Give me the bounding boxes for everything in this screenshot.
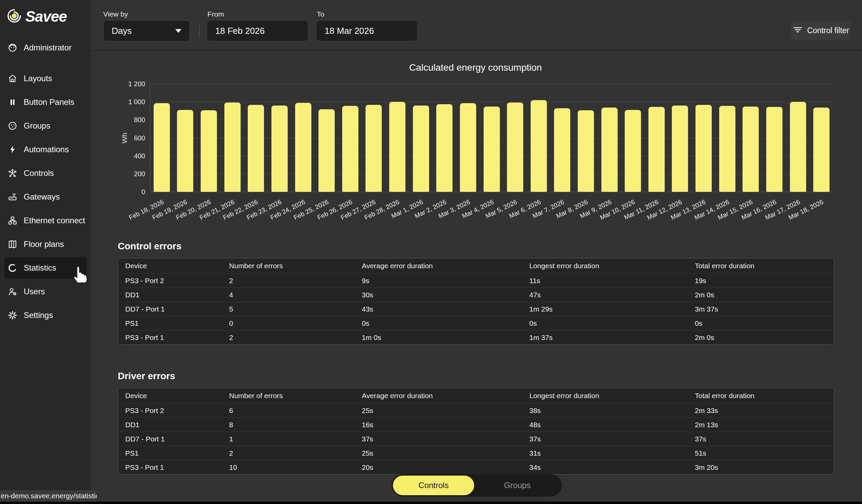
chart-bar[interactable]	[177, 110, 193, 192]
logo: Savee	[6, 8, 67, 25]
chart-bar[interactable]	[625, 110, 641, 192]
to-date-input[interactable]: 18 Mar 2026	[316, 20, 418, 41]
chart-bar[interactable]	[413, 106, 429, 192]
y-tick-label: 1 000	[118, 98, 145, 105]
view-by-select[interactable]: Days	[103, 20, 190, 41]
table-cell: 0s	[529, 319, 695, 328]
sidebar-item-groups[interactable]: Groups	[4, 114, 87, 138]
control-filter-button[interactable]: Control filter	[791, 21, 851, 40]
table-cell: DD7 - Port 1	[125, 435, 229, 443]
chart-bar[interactable]	[719, 106, 735, 192]
sidebar-item-floor-plans[interactable]: Floor plans	[4, 233, 87, 256]
chart-bar[interactable]	[154, 103, 170, 192]
sidebar-item-gateways[interactable]: Gateways	[4, 185, 87, 209]
table-cell: 1m 29s	[529, 305, 695, 313]
sidebar-item-label: Settings	[24, 310, 53, 320]
chart-bar[interactable]	[766, 107, 782, 192]
table-cell: PS3 - Port 1	[125, 333, 229, 342]
table-row: PS3 - Port 121m 0s1m 37s2m 0s	[118, 330, 834, 344]
chart-bar[interactable]	[672, 106, 688, 192]
chart-bar[interactable]	[790, 102, 806, 192]
table-cell: PS1	[125, 449, 229, 457]
driver-errors-table: DeviceNumber of errorsAverage error dura…	[118, 388, 834, 475]
chart-bar[interactable]	[531, 100, 547, 192]
chart-bar[interactable]	[295, 103, 311, 192]
from-date-value: 18 Feb 2026	[215, 26, 265, 36]
to-date-value: 18 Mar 2026	[325, 26, 374, 36]
chart-bar[interactable]	[342, 106, 358, 192]
table-cell: 6	[229, 407, 362, 415]
table-row: DD1816s48s2m 13s	[118, 417, 834, 432]
controls-groups-toggle: Controls Groups	[392, 474, 562, 496]
energy-bar-chart	[150, 84, 833, 192]
sidebar-item-statistics[interactable]: Statistics	[4, 257, 87, 279]
chart-bar[interactable]	[436, 104, 453, 192]
sidebar-item-ethernet-connect[interactable]: Ethernet connect	[4, 209, 87, 233]
chart-bar[interactable]	[271, 106, 288, 192]
chart-bar[interactable]	[366, 105, 382, 192]
table-cell: 10	[229, 463, 362, 472]
from-label: From	[208, 10, 224, 18]
chart-bar[interactable]	[554, 108, 570, 192]
sidebar-item-label: Controls	[24, 169, 54, 178]
y-tick-label: 400	[118, 152, 145, 159]
column-header: Average error duration	[362, 262, 529, 270]
chart-bar[interactable]	[507, 103, 523, 192]
table-cell: PS3 - Port 1	[125, 463, 229, 472]
chart-bar[interactable]	[318, 109, 335, 192]
table-cell: 37s	[362, 435, 529, 443]
table-header-row: DeviceNumber of errorsAverage error dura…	[118, 258, 834, 273]
column-header: Number of errors	[229, 262, 362, 270]
y-tick-label: 1 200	[118, 80, 145, 87]
table-cell: 0s	[695, 319, 834, 328]
sidebar-item-administrator[interactable]: Administrator	[4, 36, 87, 59]
table-cell: 3m 20s	[695, 463, 834, 472]
sidebar-item-users[interactable]: Users	[4, 280, 87, 303]
chart-bar[interactable]	[601, 108, 618, 192]
table-cell: 20s	[362, 463, 529, 472]
chart-bar[interactable]	[201, 110, 217, 192]
toggle-option-groups[interactable]: Groups	[474, 481, 560, 490]
table-cell: 8	[229, 421, 362, 429]
chart-bar[interactable]	[224, 103, 240, 192]
sidebar-item-label: Statistics	[24, 263, 56, 273]
pause-panels-icon	[8, 96, 17, 108]
table-cell: 9s	[362, 277, 529, 285]
table-cell: 16s	[362, 421, 529, 429]
sidebar-item-controls[interactable]: Controls	[4, 161, 87, 185]
table-cell: 2m 13s	[695, 421, 834, 429]
table-cell: 11s	[529, 277, 695, 285]
table-cell: 2m 0s	[695, 333, 834, 342]
table-cell: 19s	[695, 277, 834, 285]
chart-bar[interactable]	[649, 107, 665, 192]
socket-groups-icon	[8, 120, 17, 132]
table-cell: 1	[229, 435, 362, 443]
from-date-input[interactable]: 18 Feb 2026	[207, 20, 308, 41]
savee-logo-icon	[6, 8, 22, 25]
chart-bar[interactable]	[248, 105, 264, 192]
table-cell: 25s	[362, 407, 529, 415]
map-icon	[8, 238, 17, 250]
chart-bar[interactable]	[578, 110, 594, 192]
column-header: Total error duration	[695, 392, 834, 400]
gear-icon	[8, 309, 17, 321]
sidebar-item-automations[interactable]: Automations	[4, 138, 87, 161]
sidebar-item-button-panels[interactable]: Button Panels	[4, 90, 87, 114]
table-cell: 30s	[362, 291, 529, 299]
chart-bar[interactable]	[484, 107, 500, 192]
table-row: PS1225s31s51s	[118, 446, 834, 460]
chart-bar[interactable]	[743, 107, 759, 192]
control-errors-title: Control errors	[118, 241, 181, 252]
chart-bar[interactable]	[813, 108, 830, 192]
sidebar-item-layouts[interactable]: Layouts	[4, 67, 87, 90]
table-cell: 31s	[529, 449, 695, 457]
sidebar-item-label: Groups	[24, 121, 50, 131]
chart-bar[interactable]	[389, 102, 405, 192]
sidebar-item-settings[interactable]: Settings	[4, 303, 87, 327]
chart-bar[interactable]	[695, 105, 712, 192]
column-header: Device	[125, 392, 229, 400]
toggle-option-controls[interactable]: Controls	[393, 476, 474, 495]
table-cell: 2	[229, 449, 362, 457]
table-cell: 2m 0s	[695, 291, 834, 299]
chart-bar[interactable]	[460, 103, 476, 192]
